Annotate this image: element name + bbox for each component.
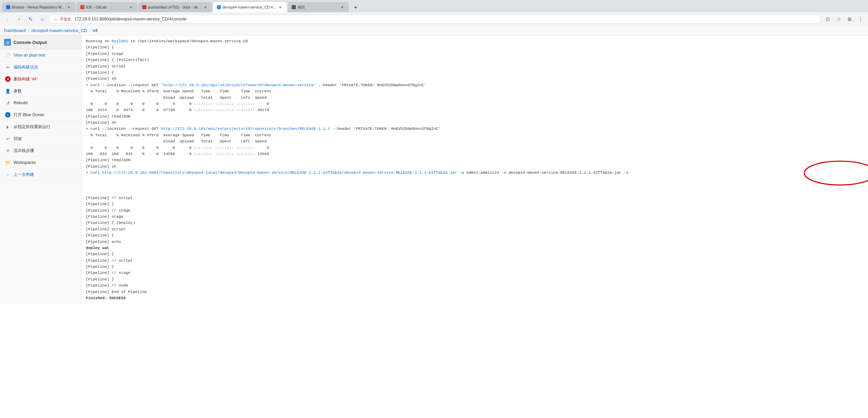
tab-close-project[interactable]: ✕ [339,4,345,10]
build01-link[interactable]: build01 [112,39,128,43]
sidebar-item-delete-build[interactable]: ✕ 删除构建 '#4' [0,73,81,85]
tab-title-project: 项目 [298,5,338,10]
prev-build-icon: ← [5,171,11,177]
tab-gitlab[interactable]: IDE - GitLab ✕ [76,2,138,12]
tab-close-jenkins[interactable]: ✕ [203,4,208,10]
sidebar-item-params[interactable]: 👤 参数 [0,85,81,97]
console-line-deploy-open: [Pipeline] { (Deploy) [86,220,864,226]
browser-chrome: Browse - Nexus Repository M... ✕ IDE - G… [0,0,868,26]
pipeline-steps-icon: ≡ [5,148,11,154]
console-line-3: [Pipeline] { (PullArtifact) [86,57,864,63]
console-line-readjson2: [Pipeline] readJSON [86,157,864,163]
console-line-sh3: [Pipeline] sh [86,164,864,170]
sidebar-item-pipeline-steps[interactable]: ≡ 流水线步骤 [0,145,81,157]
console-line-2: [Pipeline] stage [86,51,864,57]
console-line-sh2: [Pipeline] sh [86,120,864,126]
sidebar-label-rerun-stage: 从指定阶段重新运行 [14,124,50,130]
tab-favicon-nexus [6,5,10,9]
tab-close-nexus[interactable]: ✕ [66,4,71,10]
forward-button[interactable]: › [14,14,24,24]
sidebar-label-view-plain-text: View as plain text [14,53,45,58]
sidebar-item-rerun-stage[interactable]: ⏵ 从指定阶段重新运行 [0,121,81,133]
console-line-1: [Pipeline] { [86,44,864,50]
console-line-finished: Finished: SUCCESS [86,295,864,301]
browser-tabs: Browse - Nexus Repository M... ✕ IDE - G… [0,0,868,12]
breadcrumb-dashboard[interactable]: Dashboard [4,28,26,33]
tab-jenkins[interactable]: pushartifact (#752) - Jobs - de... ✕ [138,2,212,12]
tab-title-jenkins: pushartifact (#752) - Jobs - de... [148,5,201,9]
sidebar: ▤ Console Output 📄 View as plain text ✏ … [0,35,82,304]
tab-title-gitlab: IDE - GitLab [86,5,127,9]
sidebar-label-params: 参数 [14,88,22,94]
delete-icon: ✕ [5,76,11,82]
console-line-header4: Dload Upload Total Spent Left Speed [86,138,864,144]
refresh-button[interactable]: ↻ [26,14,35,24]
console-line-script-end2: [Pipeline] // script [86,258,864,264]
main-content: ▤ Console Output 📄 View as plain text ✏ … [0,35,868,304]
curl-link-2[interactable]: http://172.29.9.101/api/v4/projects/10/r… [161,126,330,131]
sidebar-header: ▤ Console Output [0,35,81,49]
tab-close-gitlab[interactable]: ✕ [128,4,133,10]
console-line-6: [Pipeline] sh [86,76,864,82]
menu-button[interactable]: ⋮ [856,14,865,24]
sidebar-item-edit-build-info[interactable]: ✏ 编辑构建信息 [0,61,81,73]
console-line-brace3: [Pipeline] } [86,251,864,257]
console-line-echo: [Pipeline] echo [86,239,864,245]
replay-icon: ↩ [5,136,11,142]
tab-devops-cd[interactable]: devops4-maven-service_CD #... ✕ [213,2,287,12]
console-line-deploy-uat: deploy uat [86,245,864,251]
tab-favicon-jenkins [142,5,146,9]
console-line-data4: 100 832 100 832 0 0 14559 0 --:--:-- --:… [86,151,864,157]
sidebar-item-replay[interactable]: ↩ 回放 [0,133,81,145]
sidebar-item-blue-ocean[interactable]: ● 打开 Blue Ocean [0,109,81,121]
console-line-script-end1: [Pipeline] // script [86,195,864,201]
console-line-header3: % Total % Received % Xferd Average Speed… [86,132,864,138]
tab-nexus[interactable]: Browse - Nexus Repository M... ✕ [2,2,76,12]
rebuild-icon: ↺ [5,100,11,106]
document-icon: 📄 [5,52,11,58]
browser-toolbar: ‹ › ↻ ⌂ ⚠ 不安全 172.29.9.101:8080/job/devo… [0,12,868,26]
console-line-brace2: [Pipeline] { [86,232,864,238]
console-line-4: [Pipeline] script [86,63,864,69]
console-line-pipeline-end: [Pipeline] End of Pipeline [86,289,864,295]
console-line-brace5: [Pipeline] } [86,276,864,282]
red-circle-icon: ✕ [5,76,11,82]
breadcrumb-project[interactable]: devops4-maven-service_CD [31,28,87,33]
curl-link-1[interactable]: http://172.29.9.101/api/v4/projects?sear… [163,83,314,87]
back-button[interactable]: ‹ [3,14,12,24]
breadcrumb-sep1: › [28,28,29,33]
console-line-stage-end2: [Pipeline] // stage [86,270,864,276]
tab-title-nexus: Browse - Nexus Repository M... [12,5,65,9]
pencil-icon: ✏ [5,64,11,70]
sidebar-label-pipeline-steps: 流水线步骤 [14,148,34,154]
sidebar-item-workspaces[interactable]: 📁 Workspaces [0,157,81,169]
workspaces-icon: 📁 [5,159,11,166]
console-line-header1: % Total % Received % Xferd Average Speed… [86,88,864,94]
tab-project[interactable]: 项目 ✕ [288,2,349,12]
sidebar-header-title: Console Output [14,40,47,45]
tab-favicon-devops [217,5,221,9]
sidebar-label-workspaces: Workspaces [14,160,36,165]
address-bar[interactable]: ⚠ 不安全 172.29.9.101:8080/job/devops4-mave… [49,15,821,24]
curl-link-3[interactable]: http://172.29.9.101:8081/repository/devo… [102,170,457,175]
sidebar-item-rebuild[interactable]: ↺ Rebuild [0,97,81,109]
new-tab-button[interactable]: + [351,3,360,12]
console-line-curl2: + curl --location --request GET http://1… [86,126,864,132]
toolbar-actions: ⊡ ☆ ⊞ ⋮ [823,14,865,24]
sidebar-item-view-plain-text[interactable]: 📄 View as plain text [0,49,81,61]
console-line-brace1: [Pipeline] } [86,201,864,207]
tab-favicon-gitlab [80,5,84,9]
tab-close-devops-cd[interactable]: ✕ [277,4,283,10]
console-output-area: Running on build01 in /opt/jenkins/works… [82,35,868,304]
bookmark-button[interactable]: ☆ [834,14,843,24]
sidebar-item-prev-build[interactable]: ← 上一次构建 [0,169,81,181]
home-button[interactable]: ⌂ [37,14,47,24]
extensions-button[interactable]: ⊞ [845,14,854,24]
params-icon: 👤 [5,88,11,94]
console-line-script2: [Pipeline] script [86,226,864,232]
console-line-data1: 0 0 0 0 0 0 0 0 --:--:-- --:--:-- --:--:… [86,101,864,107]
console-line-curl3: + curl http://172.29.9.101:8081/reposito… [86,170,864,195]
address-text: 172.29.9.101:8080/job/devops4-maven-serv… [75,17,817,21]
console-output-icon: ▤ [4,39,11,46]
cast-button[interactable]: ⊡ [823,14,833,24]
